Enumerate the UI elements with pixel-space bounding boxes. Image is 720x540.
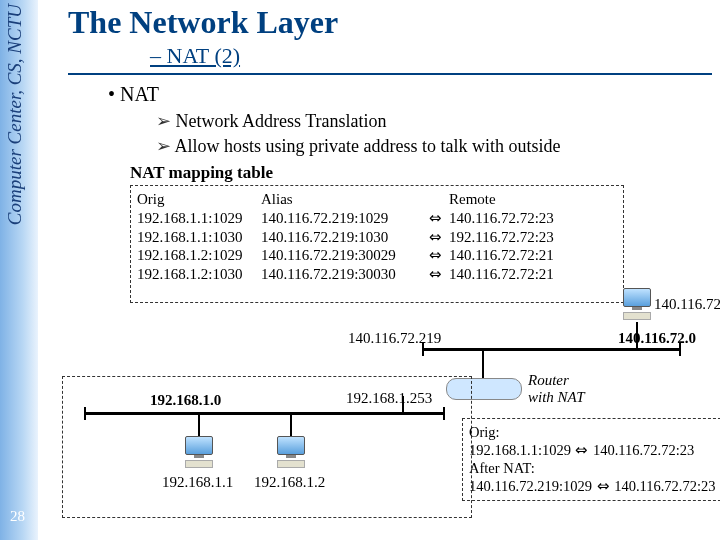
col-remote: Remote xyxy=(449,190,617,209)
ext-host-ip: 140.116.72.72 xyxy=(654,296,720,313)
annot-orig-label: Orig: xyxy=(469,423,719,441)
host2-ip: 192.168.1.2 xyxy=(254,474,325,491)
table-row: 192.168.1.1:1029140.116.72.219:1029⇔140.… xyxy=(137,209,617,228)
lan-net-ip: 192.168.1.0 xyxy=(150,392,221,409)
mapping-table-label: NAT mapping table xyxy=(130,163,712,183)
col-alias: Alias xyxy=(261,190,421,209)
bullet-nat-purpose: Allow hosts using private address to tal… xyxy=(156,135,712,157)
sidebar-org-label: Computer Center, CS, NCTU xyxy=(4,4,27,225)
annot-after-label: After NAT: xyxy=(469,459,719,477)
page-number: 28 xyxy=(10,508,25,525)
nat-outside-ip: 140.116.72.219 xyxy=(348,330,441,347)
host1-ip: 192.168.1.1 xyxy=(162,474,233,491)
nat-inside-ip: 192.168.1.253 xyxy=(346,390,432,407)
bullet-nat: NAT xyxy=(108,83,712,106)
mapping-table: Orig Alias Remote 192.168.1.1:1029140.11… xyxy=(130,185,624,303)
page-title: The Network Layer xyxy=(68,4,712,41)
pc-icon xyxy=(620,288,654,322)
table-row: 192.168.1.1:1030140.116.72.219:1030⇔192.… xyxy=(137,228,617,247)
network-diagram: 140.116.72.72 140.116.72.0 140.116.72.21… xyxy=(62,318,702,528)
router-label: Router with NAT xyxy=(528,372,585,406)
ext-net-ip: 140.116.72.0 xyxy=(618,330,696,347)
pc-icon xyxy=(182,436,216,470)
title-rule xyxy=(68,73,712,75)
page-subtitle: – NAT (2) xyxy=(150,43,712,69)
col-orig: Orig xyxy=(137,190,261,209)
table-row: 192.168.1.2:1029140.116.72.219:30029⇔140… xyxy=(137,246,617,265)
pc-icon xyxy=(274,436,308,470)
translation-annotation: Orig: 192.168.1.1:1029⇔140.116.72.72:23 … xyxy=(462,418,720,501)
table-row: 192.168.1.2:1030140.116.72.219:30030⇔140… xyxy=(137,265,617,284)
bullet-nat-expansion: Network Address Translation xyxy=(156,110,712,132)
